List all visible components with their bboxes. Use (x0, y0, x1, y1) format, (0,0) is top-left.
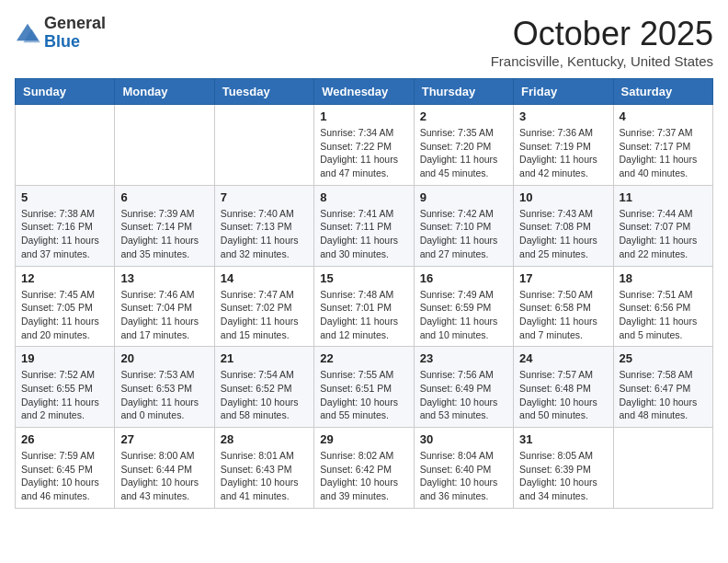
day-cell: 9Sunrise: 7:42 AM Sunset: 7:10 PM Daylig… (414, 185, 513, 266)
weekday-header-sunday: Sunday (16, 79, 115, 105)
logo-blue: Blue (44, 32, 80, 51)
day-number: 21 (221, 351, 308, 365)
day-info: Sunrise: 7:45 AM Sunset: 7:05 PM Dayligh… (21, 288, 108, 342)
day-cell: 25Sunrise: 7:58 AM Sunset: 6:47 PM Dayli… (613, 347, 712, 428)
day-cell (214, 105, 313, 186)
day-number: 12 (21, 271, 108, 285)
day-cell: 4Sunrise: 7:37 AM Sunset: 7:17 PM Daylig… (613, 105, 712, 186)
day-cell: 2Sunrise: 7:35 AM Sunset: 7:20 PM Daylig… (414, 105, 513, 186)
day-cell: 19Sunrise: 7:52 AM Sunset: 6:55 PM Dayli… (16, 347, 115, 428)
day-cell: 3Sunrise: 7:36 AM Sunset: 7:19 PM Daylig… (514, 105, 613, 186)
day-number: 7 (221, 190, 308, 204)
day-info: Sunrise: 8:01 AM Sunset: 6:43 PM Dayligh… (221, 449, 308, 503)
day-cell: 14Sunrise: 7:47 AM Sunset: 7:02 PM Dayli… (214, 266, 313, 347)
week-row-1: 1Sunrise: 7:34 AM Sunset: 7:22 PM Daylig… (16, 105, 713, 186)
day-info: Sunrise: 8:05 AM Sunset: 6:39 PM Dayligh… (519, 449, 607, 503)
day-info: Sunrise: 7:38 AM Sunset: 7:16 PM Dayligh… (21, 207, 108, 261)
day-number: 8 (320, 190, 407, 204)
day-number: 31 (519, 432, 607, 446)
day-cell: 11Sunrise: 7:44 AM Sunset: 7:07 PM Dayli… (613, 185, 712, 266)
day-cell: 17Sunrise: 7:50 AM Sunset: 6:58 PM Dayli… (514, 266, 613, 347)
day-cell: 6Sunrise: 7:39 AM Sunset: 7:14 PM Daylig… (115, 185, 214, 266)
calendar: SundayMondayTuesdayWednesdayThursdayFrid… (15, 78, 713, 509)
day-info: Sunrise: 7:49 AM Sunset: 6:59 PM Dayligh… (420, 288, 507, 342)
weekday-header-friday: Friday (514, 79, 613, 105)
week-row-4: 19Sunrise: 7:52 AM Sunset: 6:55 PM Dayli… (16, 347, 713, 428)
day-cell: 30Sunrise: 8:04 AM Sunset: 6:40 PM Dayli… (414, 428, 513, 509)
weekday-header-thursday: Thursday (414, 79, 513, 105)
weekday-header-row: SundayMondayTuesdayWednesdayThursdayFrid… (16, 79, 713, 105)
day-number: 11 (620, 190, 707, 204)
day-cell: 16Sunrise: 7:49 AM Sunset: 6:59 PM Dayli… (414, 266, 513, 347)
day-cell: 31Sunrise: 8:05 AM Sunset: 6:39 PM Dayli… (514, 428, 613, 509)
day-info: Sunrise: 7:48 AM Sunset: 7:01 PM Dayligh… (320, 288, 407, 342)
day-info: Sunrise: 7:58 AM Sunset: 6:47 PM Dayligh… (620, 368, 707, 422)
day-info: Sunrise: 7:34 AM Sunset: 7:22 PM Dayligh… (320, 126, 407, 180)
day-cell: 27Sunrise: 8:00 AM Sunset: 6:44 PM Dayli… (115, 428, 214, 509)
day-cell: 18Sunrise: 7:51 AM Sunset: 6:56 PM Dayli… (613, 266, 712, 347)
day-cell (16, 105, 115, 186)
day-info: Sunrise: 7:41 AM Sunset: 7:11 PM Dayligh… (320, 207, 407, 261)
day-cell: 10Sunrise: 7:43 AM Sunset: 7:08 PM Dayli… (514, 185, 613, 266)
day-number: 24 (519, 351, 607, 365)
day-cell: 22Sunrise: 7:55 AM Sunset: 6:51 PM Dayli… (314, 347, 414, 428)
day-number: 2 (420, 109, 507, 123)
day-cell (115, 105, 214, 186)
weekday-header-saturday: Saturday (613, 79, 712, 105)
day-info: Sunrise: 7:52 AM Sunset: 6:55 PM Dayligh… (21, 368, 108, 422)
day-info: Sunrise: 7:37 AM Sunset: 7:17 PM Dayligh… (620, 126, 707, 180)
day-number: 19 (21, 351, 108, 365)
day-info: Sunrise: 7:50 AM Sunset: 6:58 PM Dayligh… (519, 288, 607, 342)
weekday-header-wednesday: Wednesday (314, 79, 414, 105)
day-info: Sunrise: 7:42 AM Sunset: 7:10 PM Dayligh… (420, 207, 507, 261)
day-info: Sunrise: 8:02 AM Sunset: 6:42 PM Dayligh… (320, 449, 407, 503)
day-info: Sunrise: 7:47 AM Sunset: 7:02 PM Dayligh… (221, 288, 308, 342)
logo-text: General Blue (44, 15, 106, 52)
day-cell: 12Sunrise: 7:45 AM Sunset: 7:05 PM Dayli… (16, 266, 115, 347)
day-number: 5 (21, 190, 108, 204)
day-cell: 20Sunrise: 7:53 AM Sunset: 6:53 PM Dayli… (115, 347, 214, 428)
day-info: Sunrise: 7:43 AM Sunset: 7:08 PM Dayligh… (519, 207, 607, 261)
day-number: 10 (519, 190, 607, 204)
day-number: 4 (620, 109, 707, 123)
day-info: Sunrise: 7:51 AM Sunset: 6:56 PM Dayligh… (620, 288, 707, 342)
logo-general: General (44, 14, 106, 32)
day-number: 16 (420, 271, 507, 285)
day-number: 9 (420, 190, 507, 204)
day-info: Sunrise: 7:53 AM Sunset: 6:53 PM Dayligh… (120, 368, 208, 422)
day-info: Sunrise: 7:59 AM Sunset: 6:45 PM Dayligh… (21, 449, 108, 503)
day-number: 25 (620, 351, 707, 365)
day-number: 26 (21, 432, 108, 446)
header: General Blue October 2025 Francisville, … (15, 15, 713, 69)
day-info: Sunrise: 8:00 AM Sunset: 6:44 PM Dayligh… (120, 449, 208, 503)
day-cell: 21Sunrise: 7:54 AM Sunset: 6:52 PM Dayli… (214, 347, 313, 428)
week-row-3: 12Sunrise: 7:45 AM Sunset: 7:05 PM Dayli… (16, 266, 713, 347)
day-cell: 1Sunrise: 7:34 AM Sunset: 7:22 PM Daylig… (314, 105, 414, 186)
day-info: Sunrise: 7:44 AM Sunset: 7:07 PM Dayligh… (620, 207, 707, 261)
day-cell: 15Sunrise: 7:48 AM Sunset: 7:01 PM Dayli… (314, 266, 414, 347)
day-info: Sunrise: 7:46 AM Sunset: 7:04 PM Dayligh… (120, 288, 208, 342)
day-cell: 24Sunrise: 7:57 AM Sunset: 6:48 PM Dayli… (514, 347, 613, 428)
day-number: 18 (620, 271, 707, 285)
day-number: 29 (320, 432, 407, 446)
day-info: Sunrise: 7:35 AM Sunset: 7:20 PM Dayligh… (420, 126, 507, 180)
day-number: 1 (320, 109, 407, 123)
day-number: 30 (420, 432, 507, 446)
day-number: 28 (221, 432, 308, 446)
day-cell: 26Sunrise: 7:59 AM Sunset: 6:45 PM Dayli… (16, 428, 115, 509)
day-info: Sunrise: 7:56 AM Sunset: 6:49 PM Dayligh… (420, 368, 507, 422)
day-number: 22 (320, 351, 407, 365)
day-number: 17 (519, 271, 607, 285)
day-info: Sunrise: 8:04 AM Sunset: 6:40 PM Dayligh… (420, 449, 507, 503)
day-cell: 28Sunrise: 8:01 AM Sunset: 6:43 PM Dayli… (214, 428, 313, 509)
day-cell: 7Sunrise: 7:40 AM Sunset: 7:13 PM Daylig… (214, 185, 313, 266)
day-number: 14 (221, 271, 308, 285)
day-number: 27 (120, 432, 208, 446)
day-number: 20 (120, 351, 208, 365)
day-number: 3 (519, 109, 607, 123)
week-row-5: 26Sunrise: 7:59 AM Sunset: 6:45 PM Dayli… (16, 428, 713, 509)
day-info: Sunrise: 7:55 AM Sunset: 6:51 PM Dayligh… (320, 368, 407, 422)
location: Francisville, Kentucky, United States (491, 53, 713, 69)
day-info: Sunrise: 7:36 AM Sunset: 7:19 PM Dayligh… (519, 126, 607, 180)
day-info: Sunrise: 7:57 AM Sunset: 6:48 PM Dayligh… (519, 368, 607, 422)
